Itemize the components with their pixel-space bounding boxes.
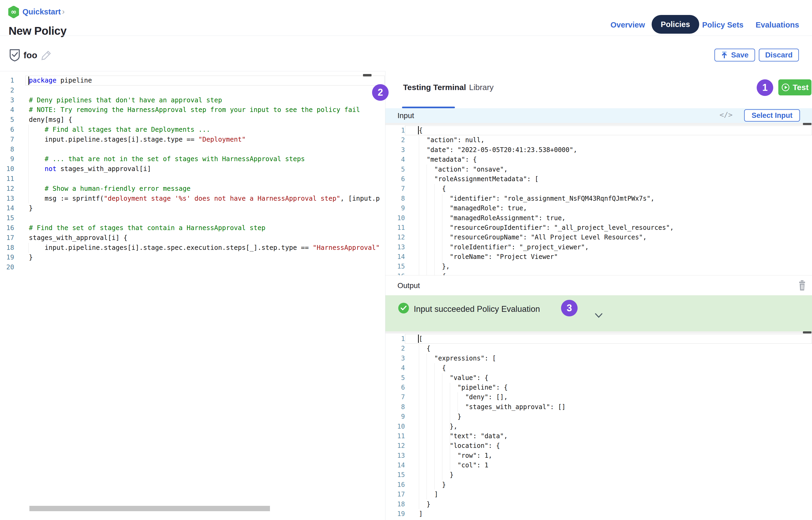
line-content bbox=[14, 213, 385, 223]
line-content: stages_with_approval[i] { bbox=[14, 233, 385, 243]
save-button[interactable]: Save bbox=[714, 49, 755, 61]
line-number: 11 bbox=[385, 223, 405, 232]
line-number: 6 bbox=[0, 125, 14, 135]
nav-tab-policies[interactable]: Policies bbox=[652, 15, 699, 34]
line-content: "stages_with_approval": [] bbox=[405, 402, 812, 412]
line-content: { bbox=[405, 363, 812, 373]
indent-guide bbox=[427, 164, 427, 275]
line-number: 3 bbox=[385, 145, 405, 155]
breadcrumb-project-link[interactable]: Quickstart bbox=[22, 7, 61, 16]
code-line: 19] bbox=[385, 509, 812, 519]
text-cursor bbox=[418, 335, 419, 343]
line-number: 16 bbox=[385, 480, 405, 490]
code-line: 16 { bbox=[385, 271, 812, 275]
code-line: 13 "row": 1, bbox=[385, 451, 812, 461]
line-content: input.pipeline.stages[i].stage.type == "… bbox=[14, 135, 385, 145]
output-scrollbar-thumb[interactable] bbox=[803, 331, 811, 334]
line-content: "action": null, bbox=[405, 135, 812, 145]
code-line: 17stages_with_approval[i] { bbox=[0, 233, 385, 243]
code-line: 16# Find the set of stages that contain … bbox=[0, 223, 385, 233]
select-input-label: Select Input bbox=[752, 111, 792, 120]
line-number: 3 bbox=[385, 354, 405, 363]
test-button-label: Test bbox=[793, 83, 809, 92]
code-line: 3# Deny pipelines that don't have an app… bbox=[0, 96, 385, 105]
code-line: 1{ bbox=[385, 126, 812, 135]
code-line: 2 "action": null, bbox=[385, 135, 812, 145]
editor-scrollbar-thumb[interactable] bbox=[363, 74, 372, 76]
nav-tab-evaluations[interactable]: Evaluations bbox=[756, 21, 799, 29]
line-number: 4 bbox=[385, 155, 405, 164]
code-line: 10 }, bbox=[385, 422, 812, 431]
code-line: 2 bbox=[0, 85, 385, 96]
line-number: 12 bbox=[385, 441, 405, 450]
nav-tab-policy-sets[interactable]: Policy Sets bbox=[702, 21, 743, 29]
line-content: }, bbox=[405, 262, 812, 271]
code-line: 8 bbox=[0, 145, 385, 154]
line-number: 10 bbox=[385, 422, 405, 431]
line-number: 4 bbox=[0, 105, 14, 115]
header-divider bbox=[0, 35, 812, 36]
line-number: 7 bbox=[385, 392, 405, 402]
line-content: deny[msg] { bbox=[14, 115, 385, 125]
line-number: 11 bbox=[0, 174, 14, 184]
chevron-down-icon[interactable] bbox=[594, 312, 603, 319]
line-number: 16 bbox=[385, 271, 405, 275]
save-button-label: Save bbox=[731, 51, 748, 59]
line-number: 18 bbox=[385, 499, 405, 509]
line-number: 18 bbox=[0, 243, 14, 253]
policy-code-editor[interactable]: 1package pipeline23# Deny pipelines that… bbox=[0, 71, 385, 520]
line-number: 13 bbox=[385, 242, 405, 252]
line-number: 14 bbox=[385, 252, 405, 262]
input-json-editor[interactable]: 1{2 "action": null,3 "date": "2022-05-05… bbox=[385, 125, 812, 275]
line-content: # Find all stages that are Deployments .… bbox=[14, 125, 385, 135]
edit-name-icon[interactable] bbox=[41, 50, 52, 61]
line-content: # Find the set of stages that contain a … bbox=[14, 223, 385, 233]
horizontal-scrollbar-thumb[interactable] bbox=[29, 506, 270, 511]
tab-testing-terminal[interactable]: Testing Terminal bbox=[403, 83, 466, 92]
evaluation-success-banner: Input succeeded Policy Evaluation 3 bbox=[385, 295, 812, 331]
trash-icon[interactable] bbox=[798, 280, 806, 291]
test-button[interactable]: Test bbox=[778, 79, 811, 96]
line-content: "resourceGroupName": "All Project Level … bbox=[405, 232, 812, 242]
line-content: }, bbox=[405, 422, 812, 431]
indent-guide bbox=[427, 354, 427, 499]
line-number: 5 bbox=[385, 373, 405, 383]
code-line: 5deny[msg] { bbox=[0, 115, 385, 125]
line-content: "identifier": "role_assignment_NsFQM43Rq… bbox=[405, 194, 812, 203]
line-number: 13 bbox=[385, 451, 405, 461]
line-content: package pipeline bbox=[14, 76, 385, 85]
line-number: 16 bbox=[0, 223, 14, 233]
code-line: 8 "identifier": "role_assignment_NsFQM43… bbox=[385, 194, 812, 203]
indent-guide bbox=[28, 125, 29, 203]
select-input-button[interactable]: Select Input bbox=[744, 109, 800, 122]
line-number: 19 bbox=[385, 509, 405, 519]
line-number: 8 bbox=[385, 194, 405, 203]
input-scrollbar-thumb[interactable] bbox=[803, 123, 811, 125]
tab-library[interactable]: Library bbox=[469, 83, 494, 92]
code-line: 4 { bbox=[385, 363, 812, 373]
line-number: 9 bbox=[0, 154, 14, 164]
code-line: 2 { bbox=[385, 344, 812, 353]
input-scrollbar-track bbox=[385, 123, 812, 125]
line-number: 10 bbox=[385, 213, 405, 223]
indent-guide bbox=[434, 363, 435, 490]
output-json-editor[interactable]: 1[2 {3 "expressions": [4 {5 "value": {6 … bbox=[385, 334, 812, 520]
line-number: 15 bbox=[385, 262, 405, 271]
line-content: "managedRole": true, bbox=[405, 203, 812, 213]
line-content: { bbox=[405, 271, 812, 275]
indent-guide bbox=[419, 135, 419, 275]
line-number: 5 bbox=[385, 164, 405, 174]
code-line: 18 } bbox=[385, 499, 812, 509]
policy-name: foo bbox=[24, 50, 37, 60]
line-content: } bbox=[14, 253, 385, 262]
line-number: 2 bbox=[385, 135, 405, 145]
code-view-icon[interactable]: </> bbox=[719, 111, 733, 119]
code-line: 15 bbox=[0, 213, 385, 223]
code-line: 11 "resourceGroupIdentifier": "_all_proj… bbox=[385, 223, 812, 232]
line-content: "row": 1, bbox=[405, 451, 812, 461]
line-number: 9 bbox=[385, 412, 405, 421]
discard-button[interactable]: Discard bbox=[759, 49, 799, 61]
nav-tab-overview[interactable]: Overview bbox=[610, 21, 645, 29]
svg-text:∞: ∞ bbox=[11, 8, 17, 16]
code-line: 5 "action": "onsave", bbox=[385, 164, 812, 174]
